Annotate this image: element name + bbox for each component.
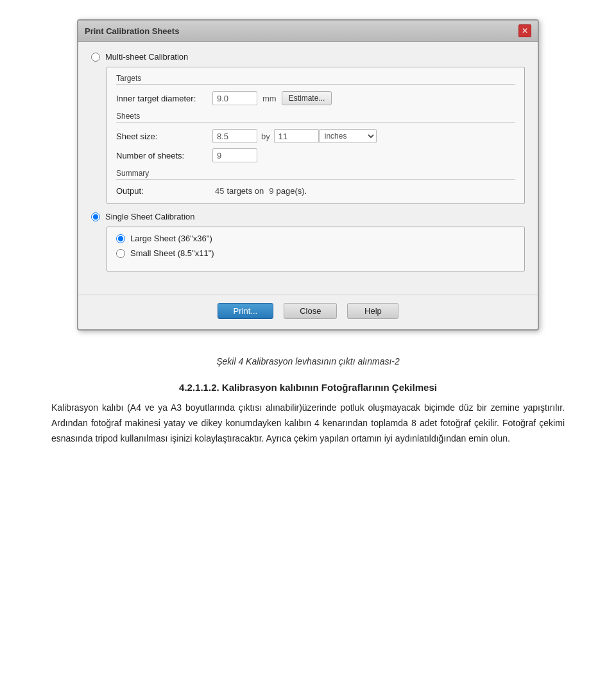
section-heading: 4.2.1.1.2. Kalibrasyon kalıbının Fotoğra… bbox=[179, 382, 437, 393]
unit-select[interactable]: inches mm cm bbox=[319, 129, 377, 143]
targets-section-title: Targets bbox=[116, 74, 515, 85]
summary-section-title: Summary bbox=[116, 169, 515, 180]
sheet-height-input[interactable] bbox=[274, 129, 319, 143]
small-sheet-option[interactable]: Small Sheet (8.5"x11") bbox=[116, 248, 515, 258]
estimate-button[interactable]: Estimate... bbox=[282, 91, 332, 105]
dialog-titlebar: Print Calibration Sheets ✕ bbox=[78, 21, 538, 42]
single-sheet-radio[interactable] bbox=[91, 212, 100, 221]
pages-count: 9 bbox=[269, 186, 273, 196]
sheets-section-title: Sheets bbox=[116, 112, 515, 123]
dialog-buttons: Print... Close Help bbox=[78, 295, 538, 329]
body-paragraph: Kalibrasyon kalıbı (A4 ve ya A3 boyutlar… bbox=[51, 400, 565, 446]
large-sheet-option[interactable]: Large Sheet (36"x36") bbox=[116, 234, 515, 243]
large-sheet-label: Large Sheet (36"x36") bbox=[130, 234, 212, 243]
by-label: by bbox=[261, 132, 270, 141]
close-button[interactable]: Close bbox=[284, 303, 337, 319]
print-button[interactable]: Print... bbox=[218, 303, 274, 319]
multi-sheet-radio[interactable] bbox=[91, 53, 100, 62]
inner-diameter-label: Inner target diameter: bbox=[116, 94, 212, 103]
small-sheet-label: Small Sheet (8.5"x11") bbox=[130, 248, 214, 258]
multi-sheet-label: Multi-sheet Calibration bbox=[105, 52, 188, 62]
multi-sheet-section-box: Targets Inner target diameter: mm Estima… bbox=[107, 67, 525, 204]
print-calibration-dialog: Print Calibration Sheets ✕ Multi-sheet C… bbox=[77, 19, 539, 331]
large-sheet-radio[interactable] bbox=[116, 234, 125, 243]
single-sheet-label: Single Sheet Calibration bbox=[105, 212, 194, 221]
targets-count: 45 bbox=[215, 186, 224, 196]
sheet-width-input[interactable] bbox=[212, 129, 257, 143]
output-label: Output: bbox=[116, 186, 212, 196]
num-sheets-label: Number of sheets: bbox=[116, 151, 212, 160]
dialog-body: Multi-sheet Calibration Targets Inner ta… bbox=[78, 42, 538, 289]
sheet-size-label: Sheet size: bbox=[116, 132, 212, 141]
diameter-unit-label: mm bbox=[262, 94, 277, 103]
num-sheets-row: Number of sheets: bbox=[116, 148, 515, 162]
inner-diameter-row: Inner target diameter: mm Estimate... bbox=[116, 91, 515, 105]
summary-row: Output: 45 targets on 9 page(s). bbox=[116, 186, 515, 196]
single-sheet-section-box: Large Sheet (36"x36") Small Sheet (8.5"x… bbox=[107, 227, 525, 271]
dialog-title: Print Calibration Sheets bbox=[85, 26, 179, 36]
close-icon[interactable]: ✕ bbox=[518, 24, 531, 37]
pages-text: page(s). bbox=[277, 186, 307, 196]
multi-sheet-option[interactable]: Multi-sheet Calibration bbox=[91, 52, 525, 62]
targets-text: targets on bbox=[227, 186, 264, 196]
body-text: Kalibrasyon kalıbı (A4 ve ya A3 boyutlar… bbox=[51, 400, 565, 446]
single-sheet-option[interactable]: Single Sheet Calibration bbox=[91, 212, 525, 221]
num-sheets-input[interactable] bbox=[212, 148, 257, 162]
help-button[interactable]: Help bbox=[347, 303, 398, 319]
figure-caption: Şekil 4 Kalibrasyon levhasının çıktı alı… bbox=[216, 356, 400, 366]
sheet-size-row: Sheet size: by inches mm cm bbox=[116, 129, 515, 143]
inner-diameter-input[interactable] bbox=[212, 91, 257, 105]
small-sheet-radio[interactable] bbox=[116, 249, 125, 258]
